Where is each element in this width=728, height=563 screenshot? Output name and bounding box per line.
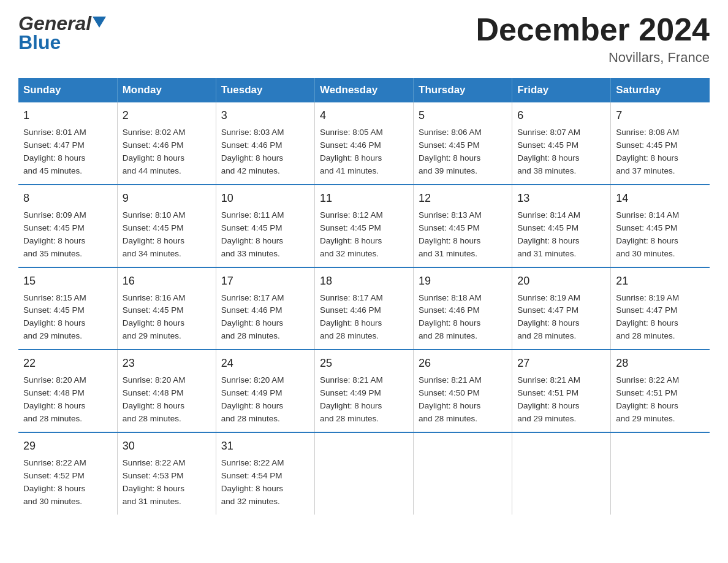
- day-number: 1: [23, 107, 112, 124]
- day-cell: 22Sunrise: 8:20 AMSunset: 4:48 PMDayligh…: [18, 350, 117, 432]
- day-info: Sunrise: 8:06 AMSunset: 4:45 PMDaylight:…: [419, 126, 507, 178]
- day-info: Sunrise: 8:22 AMSunset: 4:51 PMDaylight:…: [616, 374, 705, 426]
- day-info: Sunrise: 8:19 AMSunset: 4:47 PMDaylight:…: [517, 292, 605, 343]
- logo-arrow-icon: [93, 17, 106, 30]
- day-number: 15: [23, 273, 112, 289]
- day-info: Sunrise: 8:16 AMSunset: 4:45 PMDaylight:…: [123, 292, 211, 343]
- day-number: 30: [123, 438, 211, 454]
- header-cell-wednesday: Wednesday: [314, 78, 413, 102]
- page-header: General Blue December 2024 Novillars, Fr…: [18, 12, 710, 66]
- header-cell-monday: Monday: [117, 78, 216, 102]
- header-cell-saturday: Saturday: [611, 78, 710, 102]
- day-number: 21: [616, 273, 705, 289]
- day-number: 3: [221, 107, 309, 124]
- day-cell: [314, 432, 413, 515]
- day-cell: 16Sunrise: 8:16 AMSunset: 4:45 PMDayligh…: [117, 267, 216, 350]
- week-row-4: 22Sunrise: 8:20 AMSunset: 4:48 PMDayligh…: [18, 350, 710, 432]
- day-number: 22: [23, 355, 112, 372]
- day-info: Sunrise: 8:11 AMSunset: 4:45 PMDaylight:…: [221, 209, 309, 261]
- day-number: 31: [221, 438, 309, 454]
- day-number: 5: [419, 107, 507, 124]
- day-info: Sunrise: 8:21 AMSunset: 4:49 PMDaylight:…: [320, 374, 408, 426]
- day-cell: 26Sunrise: 8:21 AMSunset: 4:50 PMDayligh…: [414, 350, 512, 432]
- day-cell: 30Sunrise: 8:22 AMSunset: 4:53 PMDayligh…: [117, 432, 216, 515]
- header-cell-friday: Friday: [512, 78, 611, 102]
- day-cell: [611, 432, 710, 515]
- day-number: 9: [123, 190, 211, 207]
- day-cell: 21Sunrise: 8:19 AMSunset: 4:47 PMDayligh…: [611, 267, 710, 350]
- day-number: 29: [23, 438, 112, 454]
- day-number: 20: [517, 273, 605, 289]
- day-cell: 8Sunrise: 8:09 AMSunset: 4:45 PMDaylight…: [18, 185, 117, 267]
- day-cell: 1Sunrise: 8:01 AMSunset: 4:47 PMDaylight…: [18, 102, 117, 185]
- day-cell: 27Sunrise: 8:21 AMSunset: 4:51 PMDayligh…: [512, 350, 611, 432]
- logo-blue: Blue: [18, 31, 61, 54]
- subtitle: Novillars, France: [476, 50, 710, 66]
- day-cell: 19Sunrise: 8:18 AMSunset: 4:46 PMDayligh…: [414, 267, 512, 350]
- day-cell: 17Sunrise: 8:17 AMSunset: 4:46 PMDayligh…: [216, 267, 314, 350]
- day-cell: 10Sunrise: 8:11 AMSunset: 4:45 PMDayligh…: [216, 185, 314, 267]
- day-cell: 14Sunrise: 8:14 AMSunset: 4:45 PMDayligh…: [611, 185, 710, 267]
- header-cell-sunday: Sunday: [18, 78, 117, 102]
- day-info: Sunrise: 8:22 AMSunset: 4:53 PMDaylight:…: [123, 457, 211, 508]
- day-cell: 2Sunrise: 8:02 AMSunset: 4:46 PMDaylight…: [117, 102, 216, 185]
- day-number: 24: [221, 355, 309, 372]
- day-cell: 18Sunrise: 8:17 AMSunset: 4:46 PMDayligh…: [314, 267, 413, 350]
- day-number: 14: [616, 190, 705, 207]
- day-info: Sunrise: 8:12 AMSunset: 4:45 PMDaylight:…: [320, 209, 408, 261]
- day-number: 19: [419, 273, 507, 289]
- day-number: 8: [23, 190, 112, 207]
- day-info: Sunrise: 8:20 AMSunset: 4:48 PMDaylight:…: [123, 374, 211, 426]
- day-info: Sunrise: 8:01 AMSunset: 4:47 PMDaylight:…: [23, 126, 112, 178]
- day-info: Sunrise: 8:22 AMSunset: 4:54 PMDaylight:…: [221, 457, 309, 508]
- day-number: 11: [320, 190, 408, 207]
- header-cell-tuesday: Tuesday: [216, 78, 314, 102]
- day-number: 23: [123, 355, 211, 372]
- day-cell: 6Sunrise: 8:07 AMSunset: 4:45 PMDaylight…: [512, 102, 611, 185]
- day-cell: 31Sunrise: 8:22 AMSunset: 4:54 PMDayligh…: [216, 432, 314, 515]
- day-number: 7: [616, 107, 705, 124]
- calendar-table: SundayMondayTuesdayWednesdayThursdayFrid…: [18, 78, 710, 514]
- day-info: Sunrise: 8:22 AMSunset: 4:52 PMDaylight:…: [23, 457, 112, 508]
- day-cell: 23Sunrise: 8:20 AMSunset: 4:48 PMDayligh…: [117, 350, 216, 432]
- day-info: Sunrise: 8:09 AMSunset: 4:45 PMDaylight:…: [23, 209, 112, 261]
- day-cell: 13Sunrise: 8:14 AMSunset: 4:45 PMDayligh…: [512, 185, 611, 267]
- header-row: SundayMondayTuesdayWednesdayThursdayFrid…: [18, 78, 710, 102]
- day-number: 6: [517, 107, 605, 124]
- day-info: Sunrise: 8:21 AMSunset: 4:50 PMDaylight:…: [419, 374, 507, 426]
- day-info: Sunrise: 8:21 AMSunset: 4:51 PMDaylight:…: [517, 374, 605, 426]
- day-cell: 24Sunrise: 8:20 AMSunset: 4:49 PMDayligh…: [216, 350, 314, 432]
- day-number: 17: [221, 273, 309, 289]
- day-info: Sunrise: 8:10 AMSunset: 4:45 PMDaylight:…: [123, 209, 211, 261]
- day-number: 18: [320, 273, 408, 289]
- day-number: 27: [517, 355, 605, 372]
- day-info: Sunrise: 8:15 AMSunset: 4:45 PMDaylight:…: [23, 292, 112, 343]
- day-cell: 29Sunrise: 8:22 AMSunset: 4:52 PMDayligh…: [18, 432, 117, 515]
- day-info: Sunrise: 8:14 AMSunset: 4:45 PMDaylight:…: [616, 209, 705, 261]
- day-cell: 5Sunrise: 8:06 AMSunset: 4:45 PMDaylight…: [414, 102, 512, 185]
- day-number: 4: [320, 107, 408, 124]
- week-row-3: 15Sunrise: 8:15 AMSunset: 4:45 PMDayligh…: [18, 267, 710, 350]
- day-cell: 28Sunrise: 8:22 AMSunset: 4:51 PMDayligh…: [611, 350, 710, 432]
- header-cell-thursday: Thursday: [414, 78, 512, 102]
- calendar-body: 1Sunrise: 8:01 AMSunset: 4:47 PMDaylight…: [18, 102, 710, 514]
- day-cell: 3Sunrise: 8:03 AMSunset: 4:46 PMDaylight…: [216, 102, 314, 185]
- day-cell: 12Sunrise: 8:13 AMSunset: 4:45 PMDayligh…: [414, 185, 512, 267]
- day-number: 12: [419, 190, 507, 207]
- day-number: 13: [517, 190, 605, 207]
- main-title: December 2024: [476, 12, 710, 47]
- day-number: 10: [221, 190, 309, 207]
- day-cell: 15Sunrise: 8:15 AMSunset: 4:45 PMDayligh…: [18, 267, 117, 350]
- day-cell: 25Sunrise: 8:21 AMSunset: 4:49 PMDayligh…: [314, 350, 413, 432]
- title-block: December 2024 Novillars, France: [476, 12, 710, 66]
- day-info: Sunrise: 8:17 AMSunset: 4:46 PMDaylight:…: [221, 292, 309, 343]
- day-cell: 20Sunrise: 8:19 AMSunset: 4:47 PMDayligh…: [512, 267, 611, 350]
- week-row-2: 8Sunrise: 8:09 AMSunset: 4:45 PMDaylight…: [18, 185, 710, 267]
- day-info: Sunrise: 8:07 AMSunset: 4:45 PMDaylight:…: [517, 126, 605, 178]
- day-info: Sunrise: 8:14 AMSunset: 4:45 PMDaylight:…: [517, 209, 605, 261]
- day-info: Sunrise: 8:02 AMSunset: 4:46 PMDaylight:…: [123, 126, 211, 178]
- day-info: Sunrise: 8:13 AMSunset: 4:45 PMDaylight:…: [419, 209, 507, 261]
- day-cell: 4Sunrise: 8:05 AMSunset: 4:46 PMDaylight…: [314, 102, 413, 185]
- svg-marker-0: [93, 17, 106, 28]
- day-number: 25: [320, 355, 408, 372]
